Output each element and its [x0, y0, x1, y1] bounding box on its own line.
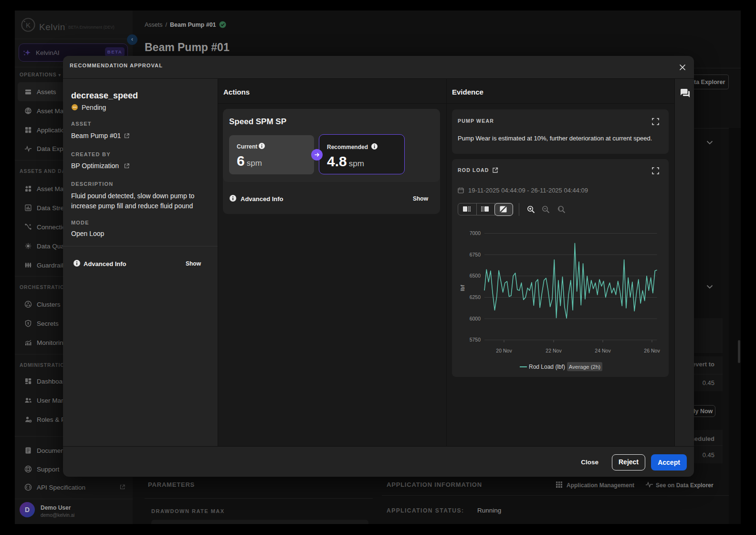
svg-text:6750: 6750	[470, 252, 481, 257]
svg-text:Average (2h): Average (2h)	[569, 364, 600, 370]
svg-text:7000: 7000	[470, 230, 481, 236]
svg-text:Rod Load (lbf): Rod Load (lbf)	[529, 364, 565, 370]
svg-text:lbf: lbf	[460, 285, 465, 291]
svg-text:24 Nov: 24 Nov	[595, 348, 611, 353]
svg-text:6250: 6250	[470, 294, 481, 300]
svg-text:20 Nov: 20 Nov	[496, 348, 512, 353]
svg-text:5750: 5750	[470, 337, 481, 342]
svg-text:6000: 6000	[470, 316, 481, 321]
svg-text:26 Nov: 26 Nov	[644, 348, 660, 353]
svg-text:6500: 6500	[470, 273, 481, 278]
svg-text:22 Nov: 22 Nov	[546, 348, 562, 353]
svg-text:K: K	[26, 21, 31, 29]
